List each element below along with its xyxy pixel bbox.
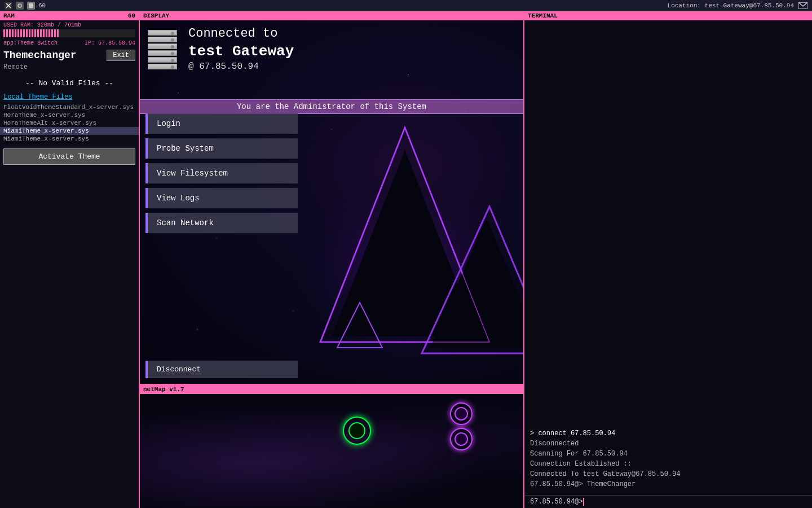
file-icon[interactable] [27, 2, 35, 10]
timer-value: 60 [128, 12, 135, 19]
app-name: app:Theme Switch [3, 40, 58, 46]
svg-rect-3 [16, 2, 24, 10]
display-section: DISPLAY Connected to test Ga [140, 11, 523, 384]
theme-files-list: FloatVoidThemeStandard_x-server.sysHoraT… [0, 103, 139, 143]
connected-text: Connected to test Gateway @ 67.85.50.94 [188, 26, 294, 73]
location-text: Location: test Gateway@67.85.50.94 [668, 2, 794, 9]
display-header: DISPLAY [140, 11, 523, 20]
ram-bar-fill [3, 29, 59, 37]
netmap-section: netMap v1.7 [140, 384, 523, 508]
terminal-line-1: Disconnected [530, 439, 806, 449]
remote-label: Remote [0, 63, 139, 73]
terminal-line-4: Connected To test Gateway@67.85.50.94 [530, 469, 806, 479]
server-drawer-3 [148, 43, 177, 49]
ram-label: RAM [3, 12, 15, 19]
terminal-content: > connect 67.85.50.94DisconnectedScannin… [524, 20, 812, 495]
terminal-prompt: 67.85.50.94@> [530, 498, 583, 506]
middle-area: DISPLAY Connected to test Ga [140, 11, 524, 508]
terminal-lines: > connect 67.85.50.94DisconnectedScannin… [530, 428, 806, 489]
disconnect-button[interactable]: Disconnect [145, 361, 298, 378]
server-icon [145, 27, 179, 72]
svg-rect-6 [29, 3, 33, 8]
scan-network-button[interactable]: Scan Network [145, 213, 298, 233]
server-drawer-5 [148, 57, 177, 63]
activate-theme-button[interactable]: Activate Theme [3, 148, 135, 165]
gear-icon[interactable] [16, 2, 24, 10]
terminal-line-0: > connect 67.85.50.94 [530, 428, 806, 439]
network-node-green[interactable] [343, 417, 371, 445]
server-drawer-6 [148, 64, 177, 69]
terminal-input[interactable] [583, 498, 806, 506]
theme-file-2[interactable]: HoraThemeAlt_x-server.sys [0, 119, 139, 127]
ram-bar-container: USED RAM: 320mb / 761mb [0, 20, 139, 39]
network-node-purple-2[interactable] [450, 428, 473, 450]
connected-gateway: test Gateway [188, 42, 294, 62]
theme-file-4[interactable]: MiamiTheme_x-server.sys [0, 135, 139, 143]
view-logs-button[interactable]: View Logs [145, 188, 298, 208]
left-panel-header: RAM 60 [0, 11, 139, 20]
login-button[interactable]: Login [145, 113, 298, 134]
connected-line1: Connected to [188, 26, 294, 42]
theme-file-1[interactable]: HoraTheme_x-server.sys [0, 111, 139, 119]
triangle-art [286, 105, 523, 376]
display-content: Connected to test Gateway @ 67.85.50.94 … [140, 20, 523, 384]
close-icon[interactable] [5, 2, 12, 10]
connected-header: Connected to test Gateway @ 67.85.50.94 [145, 26, 294, 73]
probe-system-button[interactable]: Probe System [145, 138, 298, 159]
timer-display: 60 [38, 2, 46, 9]
terminal-line-5: 67.85.50.94@> ThemeChanger [530, 479, 806, 489]
top-bar: 60 Location: test Gateway@67.85.50.94 [0, 0, 812, 11]
action-buttons: Login Probe System View Filesystem View … [145, 113, 298, 233]
server-drawer-1 [148, 30, 177, 36]
exit-button[interactable]: Exit [107, 50, 135, 61]
server-drawer-4 [148, 50, 177, 56]
app-title-row: Themechanger Exit [0, 47, 139, 63]
theme-file-3[interactable]: MiamiTheme_x-server.sys [0, 127, 139, 135]
local-theme-files-label: Local Theme Files [0, 91, 139, 103]
connected-ip: @ 67.85.50.94 [188, 61, 294, 73]
theme-file-0[interactable]: FloatVoidThemeStandard_x-server.sys [0, 103, 139, 111]
terminal-line-3: Connection Established :: [530, 459, 806, 469]
server-drawer-2 [148, 37, 177, 42]
network-node-purple-1[interactable] [450, 402, 473, 425]
ram-usage-bar [3, 29, 135, 37]
netmap-content [140, 394, 523, 508]
no-valid-files-label: -- No Valid Files -- [0, 73, 139, 91]
app-title: Themechanger [3, 50, 77, 61]
terminal-header: TERMINAL [524, 11, 812, 20]
terminal-line-2: Scanning For 67.85.50.94 [530, 449, 806, 459]
app-ip: IP: 67.85.50.94 [85, 40, 135, 46]
top-bar-left: 60 [5, 2, 46, 10]
mail-icon[interactable] [798, 2, 807, 9]
app-info: app:Theme Switch IP: 67.85.50.94 [0, 39, 139, 47]
right-panel: TERMINAL > connect 67.85.50.94Disconnect… [524, 11, 812, 508]
ram-usage-label: USED RAM: 320mb / 761mb [3, 22, 135, 28]
left-panel: RAM 60 USED RAM: 320mb / 761mb app:Theme… [0, 11, 140, 508]
terminal-input-row[interactable]: 67.85.50.94@> [524, 495, 812, 508]
top-bar-right: Location: test Gateway@67.85.50.94 [668, 2, 807, 9]
netmap-header: netMap v1.7 [140, 385, 523, 394]
view-filesystem-button[interactable]: View Filesystem [145, 163, 298, 183]
